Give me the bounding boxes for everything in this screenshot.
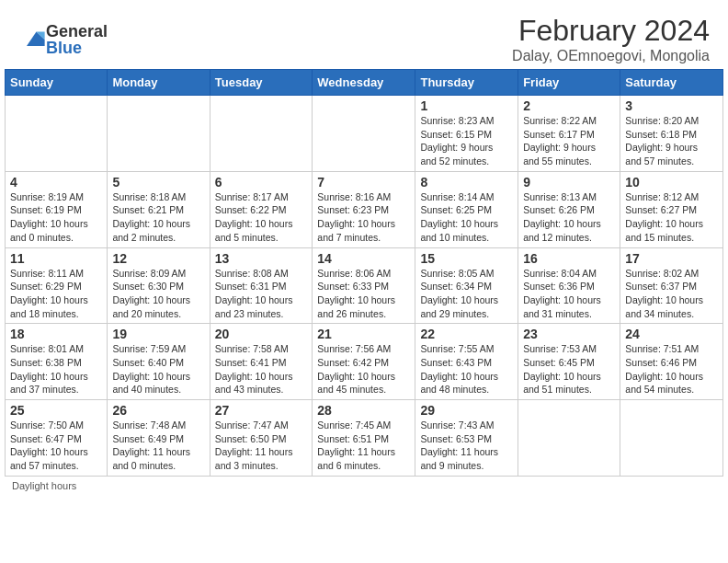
day-number: 14 [317,251,410,266]
day-number: 28 [317,403,410,418]
footer: Daylight hours [5,477,723,495]
day-info: Sunrise: 8:11 AM Sunset: 6:29 PM Dayligh… [10,267,102,321]
calendar-cell [518,400,620,477]
day-info: Sunrise: 8:16 AM Sunset: 6:23 PM Dayligh… [317,190,410,245]
day-number: 26 [112,403,204,418]
day-number: 18 [10,327,102,341]
day-info: Sunrise: 8:08 AM Sunset: 6:31 PM Dayligh… [215,267,308,321]
calendar-cell: 26Sunrise: 7:48 AM Sunset: 6:49 PM Dayli… [108,400,210,477]
day-number: 20 [215,327,308,341]
daylight-hours-label: Daylight hours [12,480,76,491]
day-info: Sunrise: 7:45 AM Sunset: 6:51 PM Dayligh… [317,419,410,473]
calendar-cell: 16Sunrise: 8:04 AM Sunset: 6:36 PM Dayli… [518,247,620,324]
day-info: Sunrise: 7:50 AM Sunset: 6:47 PM Dayligh… [10,419,102,473]
day-number: 9 [523,175,615,190]
calendar-table: SundayMondayTuesdayWednesdayThursdayFrid… [5,69,723,477]
calendar-cell: 5Sunrise: 8:18 AM Sunset: 6:21 PM Daylig… [108,171,210,247]
calendar-day-header: Saturday [620,70,723,96]
calendar-cell [210,96,313,172]
day-number: 7 [317,175,410,190]
calendar-week-row: 25Sunrise: 7:50 AM Sunset: 6:47 PM Dayli… [6,400,723,477]
calendar-week-row: 1Sunrise: 8:23 AM Sunset: 6:15 PM Daylig… [6,96,723,172]
day-info: Sunrise: 8:20 AM Sunset: 6:18 PM Dayligh… [625,114,718,168]
day-info: Sunrise: 8:22 AM Sunset: 6:17 PM Dayligh… [523,114,615,168]
calendar-cell: 19Sunrise: 7:59 AM Sunset: 6:40 PM Dayli… [108,324,210,400]
logo-blue-text: Blue [46,40,108,56]
day-info: Sunrise: 7:51 AM Sunset: 6:46 PM Dayligh… [625,342,718,396]
calendar-day-header: Friday [518,70,620,96]
calendar-day-header: Tuesday [210,70,313,96]
day-number: 16 [523,251,615,266]
title-block: February 2024 Dalay, OEmnoegovi, Mongoli… [512,14,710,64]
calendar-cell [108,96,210,172]
calendar-cell: 2Sunrise: 8:22 AM Sunset: 6:17 PM Daylig… [518,96,620,172]
day-info: Sunrise: 8:04 AM Sunset: 6:36 PM Dayligh… [523,267,615,321]
calendar-day-header: Thursday [415,70,518,96]
day-number: 1 [420,98,513,113]
calendar-cell: 23Sunrise: 7:53 AM Sunset: 6:45 PM Dayli… [518,324,620,400]
day-number: 11 [10,251,102,266]
calendar-cell: 28Sunrise: 7:45 AM Sunset: 6:51 PM Dayli… [313,400,415,477]
day-info: Sunrise: 7:48 AM Sunset: 6:49 PM Dayligh… [112,419,204,473]
day-info: Sunrise: 8:19 AM Sunset: 6:19 PM Dayligh… [10,190,102,245]
day-number: 13 [215,251,308,266]
day-number: 12 [112,251,204,266]
day-info: Sunrise: 8:17 AM Sunset: 6:22 PM Dayligh… [215,190,308,245]
day-info: Sunrise: 7:55 AM Sunset: 6:43 PM Dayligh… [420,342,513,396]
calendar-cell: 25Sunrise: 7:50 AM Sunset: 6:47 PM Dayli… [6,400,108,477]
calendar-week-row: 11Sunrise: 8:11 AM Sunset: 6:29 PM Dayli… [6,247,723,324]
day-info: Sunrise: 8:05 AM Sunset: 6:34 PM Dayligh… [420,267,513,321]
calendar-cell: 1Sunrise: 8:23 AM Sunset: 6:15 PM Daylig… [415,96,518,172]
day-number: 10 [625,175,718,190]
calendar-cell: 3Sunrise: 8:20 AM Sunset: 6:18 PM Daylig… [620,96,723,172]
calendar-week-row: 4Sunrise: 8:19 AM Sunset: 6:19 PM Daylig… [6,171,723,247]
day-info: Sunrise: 7:58 AM Sunset: 6:41 PM Dayligh… [215,342,308,396]
calendar-day-header: Sunday [6,70,108,96]
day-number: 8 [420,175,513,190]
calendar-cell: 7Sunrise: 8:16 AM Sunset: 6:23 PM Daylig… [313,171,415,247]
day-number: 22 [420,327,513,341]
calendar-cell [6,96,108,172]
calendar-cell: 9Sunrise: 8:13 AM Sunset: 6:26 PM Daylig… [518,171,620,247]
day-info: Sunrise: 7:56 AM Sunset: 6:42 PM Dayligh… [317,342,410,396]
day-number: 6 [215,175,308,190]
day-number: 19 [112,327,204,341]
calendar-day-header: Wednesday [313,70,415,96]
day-number: 23 [523,327,615,341]
page-header: General Blue February 2024 Dalay, OEmnoe… [5,5,723,69]
day-info: Sunrise: 7:53 AM Sunset: 6:45 PM Dayligh… [523,342,615,396]
calendar-cell: 21Sunrise: 7:56 AM Sunset: 6:42 PM Dayli… [313,324,415,400]
day-number: 25 [10,403,102,418]
logo-general-text: General [46,23,108,40]
day-info: Sunrise: 8:18 AM Sunset: 6:21 PM Dayligh… [112,190,204,245]
day-number: 5 [112,175,204,190]
calendar-cell: 12Sunrise: 8:09 AM Sunset: 6:30 PM Dayli… [108,247,210,324]
day-number: 24 [625,327,718,341]
calendar-header-row: SundayMondayTuesdayWednesdayThursdayFrid… [6,70,723,96]
calendar-cell: 10Sunrise: 8:12 AM Sunset: 6:27 PM Dayli… [620,171,723,247]
day-number: 2 [523,98,615,113]
day-info: Sunrise: 7:47 AM Sunset: 6:50 PM Dayligh… [215,419,308,473]
day-info: Sunrise: 8:06 AM Sunset: 6:33 PM Dayligh… [317,267,410,321]
day-number: 3 [625,98,718,113]
day-info: Sunrise: 8:01 AM Sunset: 6:38 PM Dayligh… [10,342,102,396]
day-info: Sunrise: 8:02 AM Sunset: 6:37 PM Dayligh… [625,267,718,321]
calendar-cell: 29Sunrise: 7:43 AM Sunset: 6:53 PM Dayli… [415,400,518,477]
calendar-cell [620,400,723,477]
calendar-week-row: 18Sunrise: 8:01 AM Sunset: 6:38 PM Dayli… [6,324,723,400]
day-info: Sunrise: 7:43 AM Sunset: 6:53 PM Dayligh… [420,419,513,473]
calendar-cell: 4Sunrise: 8:19 AM Sunset: 6:19 PM Daylig… [6,171,108,247]
day-number: 17 [625,251,718,266]
calendar-cell: 24Sunrise: 7:51 AM Sunset: 6:46 PM Dayli… [620,324,723,400]
logo-icon [20,27,46,52]
day-number: 15 [420,251,513,266]
day-number: 4 [10,175,102,190]
day-number: 27 [215,403,308,418]
day-number: 29 [420,403,513,418]
calendar-cell: 11Sunrise: 8:11 AM Sunset: 6:29 PM Dayli… [6,247,108,324]
calendar-cell [313,96,415,172]
calendar-cell: 20Sunrise: 7:58 AM Sunset: 6:41 PM Dayli… [210,324,313,400]
calendar-cell: 14Sunrise: 8:06 AM Sunset: 6:33 PM Dayli… [313,247,415,324]
calendar-cell: 17Sunrise: 8:02 AM Sunset: 6:37 PM Dayli… [620,247,723,324]
day-info: Sunrise: 8:12 AM Sunset: 6:27 PM Dayligh… [625,190,718,245]
